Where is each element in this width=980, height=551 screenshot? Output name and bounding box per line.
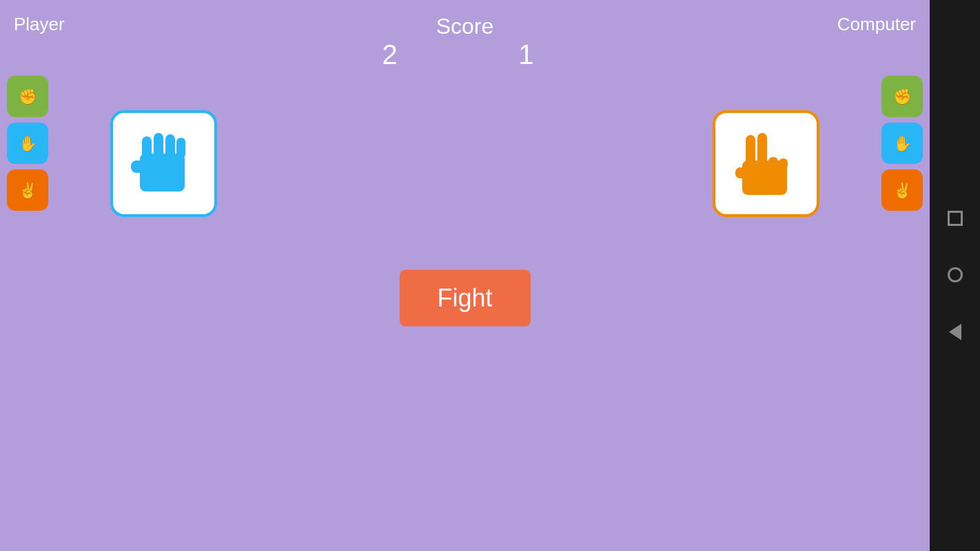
svg-text:✌️: ✌️ (19, 181, 38, 200)
player-paper-button[interactable]: ✋ (7, 123, 48, 164)
player-moves: ✊ ✋ ✌️ (7, 76, 48, 211)
svg-rect-19 (735, 167, 748, 178)
svg-text:✊: ✊ (19, 87, 38, 106)
svg-rect-17 (176, 138, 185, 158)
svg-text:✌️: ✌️ (893, 181, 912, 200)
svg-rect-14 (142, 136, 152, 160)
recent-apps-icon (948, 211, 963, 226)
player-selected-move (110, 110, 217, 217)
score-label: Score (382, 14, 547, 39)
back-button[interactable] (949, 324, 961, 340)
computer-selected-move (713, 110, 819, 217)
fight-button[interactable]: Fight (399, 270, 530, 326)
player-rock-button[interactable]: ✊ (7, 76, 48, 117)
score-values: 2 1 (382, 39, 547, 70)
svg-rect-15 (154, 133, 163, 159)
svg-text:✋: ✋ (19, 134, 38, 153)
svg-rect-16 (165, 134, 175, 159)
computer-score: 1 (518, 39, 547, 70)
svg-rect-13 (131, 160, 145, 173)
player-score: 2 (382, 39, 411, 70)
computer-scissors-button[interactable]: ✌️ (881, 169, 923, 211)
home-button[interactable] (948, 267, 963, 282)
recent-apps-button[interactable] (948, 211, 963, 226)
svg-rect-21 (779, 158, 788, 169)
android-navigation-bar (930, 0, 980, 551)
svg-rect-23 (757, 133, 767, 166)
svg-text:✋: ✋ (893, 134, 912, 153)
player-scissors-button[interactable]: ✌️ (7, 169, 48, 211)
player-label: Player (14, 14, 65, 35)
computer-rock-button[interactable]: ✊ (881, 76, 923, 117)
home-icon (948, 267, 963, 282)
computer-label: Computer (837, 14, 916, 35)
back-icon (949, 324, 961, 340)
svg-rect-20 (768, 157, 778, 169)
computer-moves: ✊ ✋ ✌️ (881, 76, 923, 211)
game-area: Player Computer Score 2 1 ✊ ✋ (0, 0, 930, 551)
svg-text:✊: ✊ (893, 87, 912, 106)
computer-paper-button[interactable]: ✋ (881, 123, 923, 164)
svg-rect-22 (746, 135, 755, 166)
score-section: Score 2 1 (382, 14, 547, 70)
